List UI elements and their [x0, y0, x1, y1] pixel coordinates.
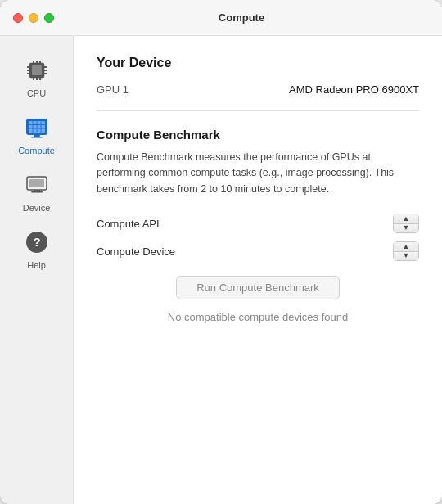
maximize-button[interactable]	[44, 13, 54, 23]
compute-api-row: Compute API ▲ ▼	[97, 214, 419, 233]
sidebar-item-help[interactable]: ? Help	[7, 221, 67, 275]
compute-api-stepper[interactable]: ▲ ▼	[393, 214, 419, 233]
sidebar-item-device[interactable]: Device	[7, 164, 67, 218]
svg-rect-4	[39, 61, 41, 63]
svg-rect-3	[36, 61, 38, 63]
svg-rect-7	[39, 78, 41, 80]
svg-rect-13	[44, 73, 47, 74]
svg-rect-10	[27, 73, 29, 74]
gpu-label: GPU 1	[97, 83, 129, 96]
sidebar-item-compute[interactable]: Compute	[7, 106, 67, 160]
sidebar-item-cpu-label: CPU	[27, 88, 46, 98]
compute-device-up-button[interactable]: ▲	[394, 242, 418, 252]
svg-rect-6	[36, 78, 38, 80]
your-device-title: Your Device	[97, 56, 419, 70]
help-icon: ?	[22, 227, 52, 257]
compute-api-down-button[interactable]: ▼	[394, 224, 418, 233]
sidebar-item-device-label: Device	[23, 203, 51, 213]
run-benchmark-button[interactable]: Run Compute Benchmark	[176, 276, 340, 299]
benchmark-title: Compute Benchmark	[97, 128, 419, 142]
compute-api-label: Compute API	[97, 218, 160, 230]
cpu-icon	[22, 56, 52, 85]
svg-rect-12	[44, 70, 47, 71]
svg-text:?: ?	[33, 235, 40, 249]
benchmark-description: Compute Benchmark measures the performan…	[97, 150, 419, 197]
compute-api-up-button[interactable]: ▲	[394, 214, 418, 224]
minimize-button[interactable]	[29, 13, 38, 23]
svg-rect-26	[31, 191, 43, 193]
compute-device-row: Compute Device ▲ ▼	[97, 241, 419, 261]
compute-device-down-button[interactable]: ▼	[394, 252, 418, 261]
app-window: Compute	[0, 0, 442, 504]
titlebar: Compute	[0, 0, 442, 36]
compute-device-label: Compute Device	[97, 245, 175, 258]
device-icon	[22, 170, 52, 200]
sidebar-item-compute-label: Compute	[18, 146, 55, 155]
divider	[97, 110, 419, 111]
close-button[interactable]	[13, 13, 23, 23]
svg-rect-25	[34, 190, 40, 191]
no-devices-text: No compatible compute devices found	[97, 311, 419, 323]
traffic-lights	[13, 13, 54, 23]
svg-rect-24	[29, 179, 44, 187]
svg-rect-9	[27, 70, 29, 71]
window-body: CPU Compute	[0, 36, 442, 504]
sidebar: CPU Compute	[0, 36, 74, 504]
svg-rect-11	[44, 66, 47, 68]
svg-rect-5	[33, 78, 34, 80]
window-title: Compute	[54, 11, 429, 24]
svg-rect-22	[31, 137, 43, 138]
svg-rect-21	[34, 135, 40, 137]
compute-icon	[22, 113, 52, 142]
sidebar-item-cpu[interactable]: CPU	[7, 49, 67, 103]
svg-rect-2	[33, 61, 34, 63]
device-row: GPU 1 AMD Radeon PRO 6900XT	[97, 80, 419, 107]
compute-device-stepper[interactable]: ▲ ▼	[393, 241, 419, 261]
svg-rect-1	[32, 65, 42, 75]
sidebar-item-help-label: Help	[27, 260, 46, 270]
main-content: Your Device GPU 1 AMD Radeon PRO 6900XT …	[74, 36, 442, 504]
svg-rect-8	[27, 66, 29, 68]
gpu-value: AMD Radeon PRO 6900XT	[289, 83, 419, 96]
